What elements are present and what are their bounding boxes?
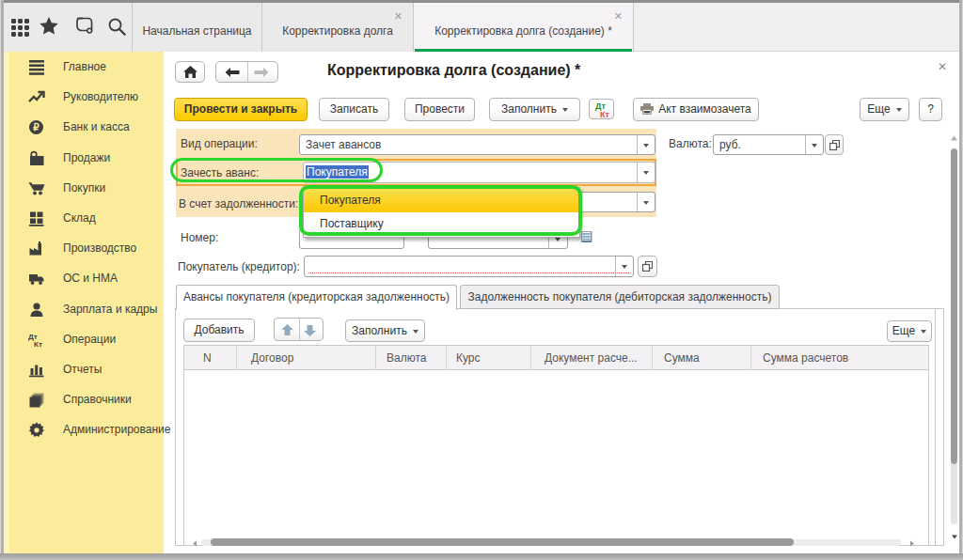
svg-text:Кт: Кт (34, 340, 42, 348)
svg-text:₽: ₽ (33, 122, 39, 132)
